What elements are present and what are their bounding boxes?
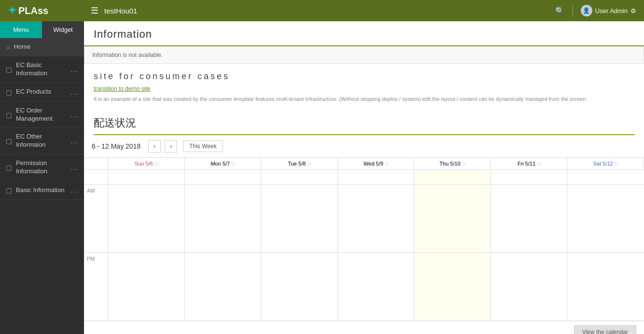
cal-header-mon: Mon 5/7 □ — [185, 158, 262, 169]
cal-cell-sat-am[interactable] — [567, 185, 644, 252]
sidebar-item-ec-products[interactable]: ▢ EC Products ... — [0, 83, 84, 102]
cal-cell-sun-top[interactable] — [108, 170, 185, 184]
cal-cell-wed-top[interactable] — [338, 170, 415, 184]
calendar-footer: View the calendar — [84, 321, 644, 334]
cal-cell-sat-top[interactable] — [567, 170, 644, 184]
day-label-wed: Wed 5/9 — [364, 161, 383, 167]
cal-cell-thu-am[interactable] — [414, 185, 491, 252]
sidebar-item-ec-basic[interactable]: ▢ EC Basic Information ... — [0, 56, 84, 83]
day-label-mon: Mon 5/7 — [210, 161, 230, 167]
calendar-header-row: Sun 5/6 □ Mon 5/7 □ Tue 5/8 □ Wed 5/9 — [84, 158, 644, 170]
site-title: site for consumer cases — [94, 71, 634, 82]
cal-cell-mon-pm[interactable] — [185, 253, 262, 320]
user-info[interactable]: 👤 User Admin ⚙ — [581, 5, 636, 16]
calendar-prev-button[interactable]: ‹ — [148, 140, 161, 153]
more-options-icon[interactable]: ... — [70, 137, 78, 145]
day-label-fri: Fri 5/11 — [518, 161, 535, 167]
page-title: Information — [94, 28, 634, 41]
sidebar-item-label: EC Basic Information — [16, 61, 70, 78]
time-label-am: AM — [84, 185, 108, 252]
tab-menu[interactable]: Menu — [0, 21, 42, 38]
page-name: testHou01 — [104, 7, 555, 15]
cal-cell-sun-am[interactable] — [108, 185, 185, 252]
cal-cell-tue-pm[interactable] — [261, 253, 338, 320]
more-options-icon[interactable]: ... — [70, 186, 78, 195]
user-settings-icon[interactable]: ⚙ — [630, 7, 636, 14]
add-event-icon-mon[interactable]: □ — [232, 161, 235, 166]
cal-cell-fri-top[interactable] — [491, 170, 568, 184]
cal-cell-tue-am[interactable] — [261, 185, 338, 252]
add-event-icon-sat[interactable]: □ — [615, 161, 618, 166]
tab-widget[interactable]: Widget — [42, 21, 84, 38]
main-layout: Menu Widget ⌂ Home ▢ EC Basic Informatio… — [0, 21, 644, 334]
cal-cell-mon-am[interactable] — [185, 185, 262, 252]
cal-cell-thu-pm[interactable] — [414, 253, 491, 320]
user-name: User Admin — [595, 7, 628, 14]
add-event-icon-thu[interactable]: □ — [462, 161, 465, 166]
search-icon[interactable]: 🔍 — [555, 6, 565, 15]
day-label-sun: Sun 5/6 — [135, 161, 153, 167]
delivery-title: 配送状況 — [94, 116, 634, 135]
more-options-icon[interactable]: ... — [70, 88, 78, 97]
sidebar-tabs: Menu Widget — [0, 21, 84, 38]
document-icon: ▢ — [6, 66, 12, 73]
cal-cell-sun-pm[interactable] — [108, 253, 185, 320]
document-icon: ▢ — [6, 164, 12, 171]
add-event-icon-sun[interactable]: □ — [155, 161, 158, 166]
document-icon: ▢ — [6, 88, 12, 96]
cal-header-sun: Sun 5/6 □ — [108, 158, 185, 169]
sidebar-item-label: EC Products — [16, 88, 70, 96]
add-event-icon-fri[interactable]: □ — [537, 161, 540, 166]
cal-header-thu: Thu 5/10 □ — [414, 158, 491, 169]
top-bar: ✦ PLAss ☰ testHou01 🔍 👤 User Admin ⚙ — [0, 0, 644, 21]
document-icon: ▢ — [6, 137, 12, 145]
sidebar-item-ec-other[interactable]: ▢ EC Other Informaion ... — [0, 128, 84, 154]
cal-cell-thu-top[interactable] — [414, 170, 491, 184]
add-event-icon-wed[interactable]: □ — [385, 161, 388, 166]
content-area: Information Information is not available… — [84, 21, 644, 334]
sidebar-item-home[interactable]: ⌂ Home — [0, 38, 84, 56]
sidebar-item-ec-order[interactable]: ▢ EC Order Management ... — [0, 102, 84, 128]
divider — [573, 5, 573, 16]
calendar: 6 - 12 May 2018 ‹ › This Week Sun 5/6 □ — [84, 135, 644, 334]
more-options-icon[interactable]: ... — [70, 111, 78, 119]
cal-cell-fri-pm[interactable] — [491, 253, 568, 320]
cal-header-tue: Tue 5/8 □ — [261, 158, 338, 169]
cal-header-fri: Fri 5/11 □ — [491, 158, 568, 169]
document-icon: ▢ — [6, 111, 12, 119]
top-bar-actions: 🔍 👤 User Admin ⚙ — [555, 5, 636, 16]
site-section: site for consumer cases transition to de… — [84, 64, 644, 111]
sidebar-item-label: Home — [14, 43, 78, 51]
logo-icon: ✦ — [8, 4, 16, 17]
calendar-top-row — [84, 170, 644, 185]
sidebar-item-label: Basic Information — [16, 186, 70, 195]
cal-cell-wed-am[interactable] — [338, 185, 415, 252]
calendar-pm-row: PM — [84, 253, 644, 321]
sidebar-item-basic-info[interactable]: ▢ Basic Information ... — [0, 181, 84, 200]
sidebar-item-label: EC Other Informaion — [16, 133, 70, 149]
day-label-thu: Thu 5/10 — [439, 161, 460, 167]
cal-cell-tue-top[interactable] — [261, 170, 338, 184]
sidebar-item-permission[interactable]: ▢ Permission Information ... — [0, 154, 84, 181]
hamburger-button[interactable]: ☰ — [91, 5, 98, 16]
add-event-icon-tue[interactable]: □ — [308, 161, 310, 166]
sidebar-item-label: Permission Information — [16, 159, 70, 176]
calendar-next-button[interactable]: › — [165, 140, 177, 153]
view-calendar-button[interactable]: View the calendar — [574, 325, 636, 334]
more-options-icon[interactable]: ... — [70, 163, 78, 172]
content-body: Information is not available. site for c… — [84, 46, 644, 334]
cal-header-sat: Sat 5/12 □ — [567, 158, 644, 169]
home-icon: ⌂ — [6, 43, 10, 51]
time-cell-empty — [84, 170, 108, 184]
day-label-sat: Sat 5/12 — [593, 161, 613, 167]
content-header: Information — [84, 21, 644, 46]
cal-cell-fri-am[interactable] — [491, 185, 568, 252]
day-label-tue: Tue 5/8 — [288, 161, 306, 167]
site-link[interactable]: transition to demo site — [94, 85, 634, 92]
this-week-button[interactable]: This Week — [183, 140, 223, 152]
cal-cell-wed-pm[interactable] — [338, 253, 415, 320]
cal-cell-sat-pm[interactable] — [567, 253, 644, 320]
cal-cell-mon-top[interactable] — [185, 170, 262, 184]
calendar-grid: Sun 5/6 □ Mon 5/7 □ Tue 5/8 □ Wed 5/9 — [84, 157, 644, 321]
more-options-icon[interactable]: ... — [70, 65, 78, 74]
